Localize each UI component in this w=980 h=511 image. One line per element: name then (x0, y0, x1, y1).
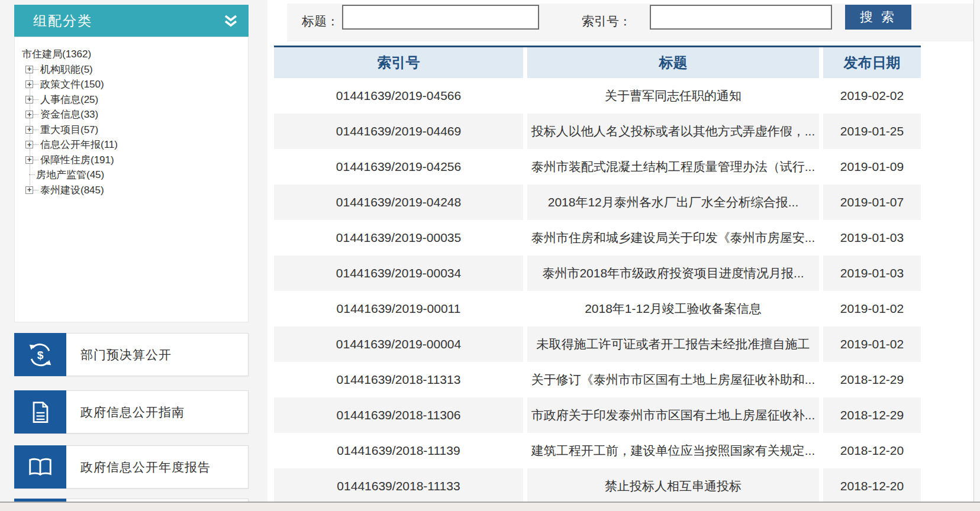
title-search-input[interactable] (342, 5, 539, 30)
row-title-link[interactable]: 2018年12月泰州各水厂出厂水全分析综合报... (527, 185, 819, 220)
search-bar: 标题： 索引号： 搜 索 (287, 4, 973, 41)
table-row: 01441639/2019-00034 泰州市2018年市级政府投资项目进度情况… (274, 256, 921, 291)
row-date: 2018-12-20 (823, 468, 921, 504)
table-row: 01441639/2018-11306 市政府关于印发泰州市市区国有土地上房屋征… (274, 397, 921, 433)
row-date: 2019-01-03 (823, 220, 921, 256)
row-index-no: 01441639/2019-00004 (274, 326, 523, 362)
row-title-link[interactable]: 关于曹军同志任职的通知 (527, 78, 819, 114)
tree-node: 保障性住房(191) (15, 153, 248, 168)
expand-plus-icon[interactable] (25, 111, 33, 118)
quick-link-label: 政府信息公开指南 (80, 404, 185, 421)
table-row: 01441639/2019-00004 未取得施工许可证或者开工报告未经批准擅自… (274, 326, 921, 362)
row-title-link[interactable]: 泰州市2018年市级政府投资项目进度情况月报... (527, 256, 819, 291)
row-index-no: 01441639/2019-00011 (274, 291, 523, 326)
row-date: 2019-01-02 (823, 291, 921, 326)
tree-node-label[interactable]: 重大项目(57) (40, 123, 98, 137)
row-index-no: 01441639/2018-11133 (274, 468, 523, 504)
tree-node: 资金信息(33) (15, 107, 248, 122)
double-chevron-down-icon[interactable] (223, 14, 239, 31)
tree-node: 信息公开年报(11) (15, 137, 248, 153)
row-index-no: 01441639/2019-04256 (274, 149, 523, 185)
tree-node-label[interactable]: 泰州建设(845) (40, 183, 104, 197)
tree-node: 人事信息(25) (15, 92, 248, 108)
row-date: 2018-12-20 (823, 433, 921, 468)
tree-node-root: 市住建局(1362) (15, 47, 248, 62)
page: 组配分类 市住建局(1362) 机构职能(5) 政策文件(150) 人事信息(2… (0, 0, 980, 511)
row-date: 2019-01-02 (823, 326, 921, 362)
quick-link-label: 政府信息公开年度报告 (80, 459, 211, 476)
tree-node: 泰州建设(845) (15, 183, 248, 198)
row-index-no: 01441639/2019-00034 (274, 256, 523, 291)
table-row: 01441639/2018-11133 禁止投标人相互串通投标 2018-12-… (274, 468, 921, 504)
tree-node-label[interactable]: 人事信息(25) (40, 93, 98, 106)
tree-node: 政策文件(150) (15, 77, 248, 92)
index-no-search-input[interactable] (650, 5, 832, 30)
table-header: 索引号 标题 发布日期 (274, 46, 921, 78)
expand-plus-icon[interactable] (25, 186, 33, 194)
search-button[interactable]: 搜 索 (845, 5, 911, 30)
table-row: 01441639/2019-00011 2018年1-12月竣工验收备案信息 2… (274, 291, 921, 326)
row-title-link[interactable]: 泰州市住房和城乡建设局关于印发《泰州市房屋安... (527, 220, 819, 256)
expand-plus-icon[interactable] (25, 66, 33, 73)
tree-node-label[interactable]: 资金信息(33) (40, 108, 98, 121)
currency-cycle-icon: $ (14, 333, 66, 376)
expand-plus-icon[interactable] (25, 141, 33, 148)
table-row: 01441639/2018-11313 关于修订《泰州市市区国有土地上房屋征收补… (274, 362, 921, 397)
title-field-label: 标题： (302, 13, 339, 30)
document-icon (14, 390, 66, 434)
table-row: 01441639/2019-04566 关于曹军同志任职的通知 2019-02-… (274, 78, 921, 114)
row-title-link[interactable]: 建筑工程开工前，建设单位应当按照国家有关规定... (527, 433, 819, 468)
row-date: 2019-02-02 (823, 78, 921, 114)
tree-node: 机构职能(5) (15, 62, 248, 77)
row-index-no: 01441639/2019-04469 (274, 114, 523, 149)
row-date: 2019-01-07 (823, 185, 921, 220)
table-row: 01441639/2019-04256 泰州市装配式混凝土结构工程质量管理办法（… (274, 149, 921, 185)
tree-node-leaf: 房地产监管(45) (15, 167, 248, 183)
table-row: 01441639/2018-11139 建筑工程开工前，建设单位应当按照国家有关… (274, 433, 921, 468)
row-date: 2019-01-03 (823, 256, 921, 291)
table-row: 01441639/2019-04469 投标人以他人名义投标或者以其他方式弄虚作… (274, 114, 921, 149)
expand-plus-icon[interactable] (25, 80, 33, 88)
scrollbar-track[interactable] (974, 0, 980, 502)
row-index-no: 01441639/2018-11306 (274, 397, 523, 433)
column-header-title: 标题 (527, 47, 819, 78)
tree-node-label[interactable]: 市住建局(1362) (22, 47, 91, 61)
column-header-index-no: 索引号 (274, 47, 523, 78)
row-title-link[interactable]: 禁止投标人相互串通投标 (527, 468, 819, 504)
tree-node-label[interactable]: 房地产监管(45) (36, 168, 104, 182)
row-title-link[interactable]: 市政府关于印发泰州市市区国有土地上房屋征收补... (527, 397, 819, 433)
tree-node-label[interactable]: 政策文件(150) (40, 77, 104, 91)
expand-plus-icon[interactable] (25, 126, 33, 134)
row-date: 2019-01-09 (823, 149, 921, 185)
row-index-no: 01441639/2019-04566 (274, 78, 523, 114)
svg-text:$: $ (37, 348, 44, 361)
tree-node-label[interactable]: 机构职能(5) (40, 63, 93, 76)
quick-link-budget[interactable]: $ 部门预决算公开 (14, 333, 249, 376)
row-index-no: 01441639/2019-00035 (274, 220, 523, 256)
row-title-link[interactable]: 关于修订《泰州市市区国有土地上房屋征收补助和... (527, 362, 819, 397)
row-index-no: 01441639/2018-11313 (274, 362, 523, 397)
row-title-link[interactable]: 泰州市装配式混凝土结构工程质量管理办法（试行... (527, 149, 819, 185)
category-panel-header: 组配分类 (14, 5, 249, 37)
row-index-no: 01441639/2019-04248 (274, 185, 523, 220)
table-row: 01441639/2019-00035 泰州市住房和城乡建设局关于印发《泰州市房… (274, 220, 921, 256)
tree-node-label[interactable]: 保障性住房(191) (40, 153, 114, 167)
open-book-icon (14, 445, 66, 489)
expand-plus-icon[interactable] (25, 156, 33, 164)
category-panel-title: 组配分类 (33, 12, 92, 30)
index-no-field-label: 索引号： (582, 13, 631, 30)
table-row: 01441639/2019-04248 2018年12月泰州各水厂出厂水全分析综… (274, 185, 921, 220)
bottom-footer-band (0, 502, 980, 511)
expand-plus-icon[interactable] (25, 96, 33, 104)
quick-link-guide[interactable]: 政府信息公开指南 (14, 390, 249, 434)
row-date: 2018-12-29 (823, 397, 921, 433)
column-header-date: 发布日期 (823, 47, 921, 78)
row-date: 2019-01-25 (823, 114, 921, 149)
tree-node: 重大项目(57) (15, 122, 248, 138)
row-title-link[interactable]: 2018年1-12月竣工验收备案信息 (527, 291, 819, 326)
quick-link-annual-report[interactable]: 政府信息公开年度报告 (14, 445, 249, 489)
row-title-link[interactable]: 投标人以他人名义投标或者以其他方式弄虚作假，... (527, 114, 819, 149)
row-title-link[interactable]: 未取得施工许可证或者开工报告未经批准擅自施工 (527, 326, 819, 362)
tree-node-label[interactable]: 信息公开年报(11) (40, 138, 118, 151)
quick-link-label: 部门预决算公开 (80, 347, 172, 363)
